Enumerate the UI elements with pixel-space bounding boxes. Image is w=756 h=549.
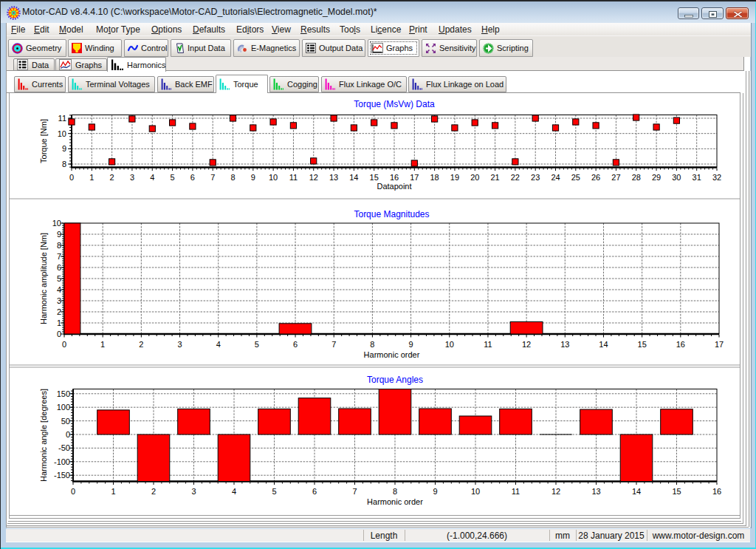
svg-text:9: 9 <box>251 173 255 182</box>
svg-text:19: 19 <box>450 173 459 182</box>
svg-text:11: 11 <box>512 487 520 496</box>
svg-text:12: 12 <box>309 173 318 182</box>
svg-text:5: 5 <box>171 173 175 182</box>
svg-text:Torque Angles: Torque Angles <box>367 375 423 385</box>
svg-text:3: 3 <box>57 296 61 305</box>
svg-text:24: 24 <box>551 173 560 182</box>
svg-text:2: 2 <box>57 307 61 316</box>
svg-text:5: 5 <box>57 274 61 283</box>
svg-text:16: 16 <box>390 173 399 182</box>
svg-text:10: 10 <box>58 129 66 138</box>
svg-text:13: 13 <box>560 340 569 349</box>
svg-text:22: 22 <box>511 173 520 182</box>
svg-text:Datapoint: Datapoint <box>377 182 411 191</box>
svg-text:-150: -150 <box>54 471 70 480</box>
svg-text:8: 8 <box>230 173 235 182</box>
svg-text:13: 13 <box>329 173 338 182</box>
svg-text:4: 4 <box>150 173 154 182</box>
svg-text:5: 5 <box>272 487 276 496</box>
svg-text:32: 32 <box>712 173 721 182</box>
svg-text:50: 50 <box>61 417 70 426</box>
svg-text:0: 0 <box>66 430 70 439</box>
svg-text:150: 150 <box>57 389 70 398</box>
svg-text:31: 31 <box>693 173 701 182</box>
svg-text:11: 11 <box>484 340 492 349</box>
svg-text:2: 2 <box>139 340 143 349</box>
svg-text:4: 4 <box>57 285 61 294</box>
svg-text:6: 6 <box>293 340 298 349</box>
svg-text:6: 6 <box>312 487 317 496</box>
svg-text:17: 17 <box>410 173 419 182</box>
svg-text:25: 25 <box>571 173 580 182</box>
svg-text:7: 7 <box>210 173 215 182</box>
svg-text:9: 9 <box>433 487 437 496</box>
svg-text:10: 10 <box>445 340 454 349</box>
svg-text:29: 29 <box>652 173 661 182</box>
svg-text:7: 7 <box>352 487 357 496</box>
svg-text:6: 6 <box>57 263 61 272</box>
svg-text:28: 28 <box>632 173 641 182</box>
svg-text:Harmonic amplitude [Nm]: Harmonic amplitude [Nm] <box>39 233 48 324</box>
svg-text:3: 3 <box>130 173 134 182</box>
svg-text:13: 13 <box>591 487 600 496</box>
svg-text:18: 18 <box>430 173 439 182</box>
svg-text:9: 9 <box>57 230 61 239</box>
svg-text:Harmonic order: Harmonic order <box>364 350 420 359</box>
svg-text:11: 11 <box>289 173 298 182</box>
svg-text:0: 0 <box>57 330 61 338</box>
svg-text:8: 8 <box>57 241 61 250</box>
svg-text:0: 0 <box>71 487 75 496</box>
svg-text:-100: -100 <box>54 457 70 466</box>
svg-text:7: 7 <box>331 340 336 349</box>
svg-text:14: 14 <box>349 173 358 182</box>
svg-text:26: 26 <box>591 173 600 182</box>
svg-text:Torque Magnitudes: Torque Magnitudes <box>354 209 429 219</box>
svg-text:12: 12 <box>551 487 560 496</box>
svg-text:15: 15 <box>370 173 379 182</box>
svg-text:3: 3 <box>191 487 196 496</box>
svg-text:1: 1 <box>111 487 115 496</box>
svg-text:12: 12 <box>522 340 531 349</box>
svg-text:Harmonic order: Harmonic order <box>367 497 423 506</box>
svg-text:1: 1 <box>57 318 61 327</box>
svg-text:7: 7 <box>57 252 61 261</box>
svg-text:3: 3 <box>177 340 182 349</box>
svg-text:23: 23 <box>531 173 540 182</box>
svg-text:21: 21 <box>490 173 499 182</box>
svg-text:4: 4 <box>232 487 236 496</box>
svg-text:30: 30 <box>672 173 681 182</box>
svg-text:6: 6 <box>190 173 195 182</box>
svg-text:9: 9 <box>62 144 66 153</box>
svg-text:8: 8 <box>370 340 374 349</box>
svg-text:1: 1 <box>100 340 105 349</box>
svg-text:14: 14 <box>599 340 608 349</box>
svg-text:0: 0 <box>69 173 74 182</box>
svg-text:Harmonic angle [degrees]: Harmonic angle [degrees] <box>39 389 48 482</box>
svg-text:1: 1 <box>89 173 94 182</box>
svg-text:15: 15 <box>638 340 647 349</box>
svg-text:-50: -50 <box>58 443 70 452</box>
svg-text:15: 15 <box>672 487 681 496</box>
svg-text:100: 100 <box>57 403 70 412</box>
svg-text:9: 9 <box>409 340 413 349</box>
svg-text:11: 11 <box>58 114 66 123</box>
svg-text:Torque (MsVw) Data: Torque (MsVw) Data <box>354 99 435 109</box>
svg-text:5: 5 <box>255 340 259 349</box>
svg-text:Torque [Nm]: Torque [Nm] <box>39 119 48 163</box>
svg-text:8: 8 <box>393 487 397 496</box>
svg-text:2: 2 <box>110 173 114 182</box>
svg-text:14: 14 <box>632 487 641 496</box>
svg-text:2: 2 <box>151 487 156 496</box>
svg-text:16: 16 <box>676 340 685 349</box>
svg-text:10: 10 <box>471 487 480 496</box>
svg-text:10: 10 <box>269 173 278 182</box>
svg-text:20: 20 <box>470 173 479 182</box>
svg-text:10: 10 <box>52 219 61 228</box>
svg-text:27: 27 <box>611 173 620 182</box>
svg-text:4: 4 <box>216 340 221 349</box>
svg-text:16: 16 <box>712 487 721 496</box>
svg-text:8: 8 <box>62 160 66 168</box>
svg-text:17: 17 <box>715 340 724 349</box>
svg-text:0: 0 <box>62 340 66 349</box>
